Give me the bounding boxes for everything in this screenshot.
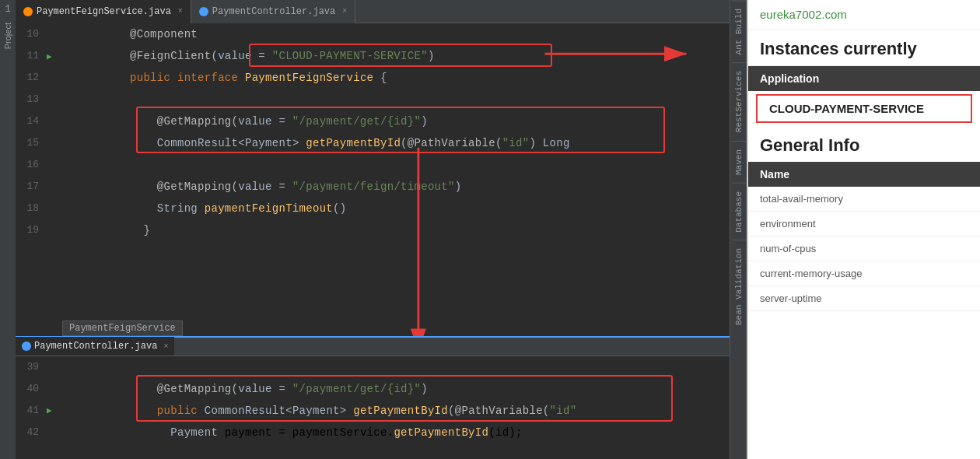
bottom-tab-controller[interactable]: PaymentController.java × bbox=[16, 337, 174, 356]
feign-service-icon bbox=[23, 7, 33, 16]
application-table-header: Application bbox=[748, 66, 980, 91]
eureka-url[interactable]: eureka7002.com bbox=[748, 0, 980, 30]
browser-panel: eureka7002.com Instances currently Appli… bbox=[747, 0, 980, 459]
filename-tooltip: PaymentFeignService bbox=[62, 321, 183, 336]
database-tool[interactable]: Database bbox=[732, 183, 746, 240]
code-line-19: 19 } bbox=[16, 219, 747, 241]
info-row-4: server-uptime bbox=[748, 286, 980, 311]
info-row-2: num-of-cpus bbox=[748, 237, 980, 261]
project-label: Project bbox=[3, 23, 12, 49]
general-info-header: General Info bbox=[748, 126, 980, 162]
info-row-3: current-memory-usage bbox=[748, 261, 980, 286]
left-sidebar: 1 Project bbox=[0, 0, 16, 459]
cloud-service-name: CLOUD-PAYMENT-SERVICE bbox=[769, 102, 924, 115]
bottom-controller-icon bbox=[22, 342, 31, 351]
code-line-15: 15 CommonResult<Payment> getPaymentById(… bbox=[16, 132, 747, 154]
ant-build-tool[interactable]: Ant Build bbox=[732, 0, 746, 62]
rest-services-tool[interactable]: RestServices bbox=[732, 62, 746, 140]
instances-header: Instances currently bbox=[748, 30, 980, 66]
code-section-bottom: PaymentController.java × 39 40 @GetMappi… bbox=[16, 336, 747, 459]
name-column-header: Name bbox=[748, 162, 980, 187]
maven-tool[interactable]: Maven bbox=[732, 141, 746, 183]
cloud-service-row: CLOUD-PAYMENT-SERVICE bbox=[756, 94, 972, 123]
bottom-tab-label: PaymentController.java bbox=[34, 341, 157, 352]
code-section-top: 10 @Component 11 ▶ @FeignClient(value = … bbox=[16, 23, 747, 336]
ide-panel: 1 Project PaymentFeignService.java × Pay… bbox=[0, 0, 747, 459]
bottom-tab-close[interactable]: × bbox=[163, 342, 168, 351]
side-tools-panel: Ant Build RestServices Maven Database Be… bbox=[730, 0, 747, 459]
info-row-1: environment bbox=[748, 212, 980, 237]
code-line-12: 12 public interface PaymentFeignService … bbox=[16, 67, 747, 89]
bean-validation-tool[interactable]: Bean Validation bbox=[732, 240, 746, 333]
project-number: 1 bbox=[5, 4, 10, 15]
info-row-0: total-avail-memory bbox=[748, 187, 980, 212]
code-line-42: 42 Payment payment = paymentService.getP… bbox=[16, 422, 747, 443]
bottom-tab-bar: PaymentController.java × bbox=[16, 338, 747, 356]
